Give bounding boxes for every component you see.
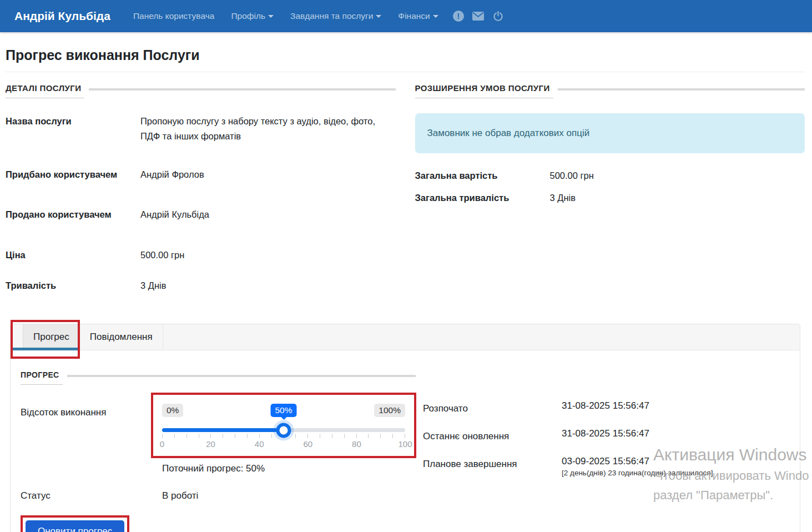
slider-handle[interactable]: [276, 423, 291, 438]
service-extensions-heading: РОЗШИРЕННЯ УМОВ ПОСЛУГИ: [415, 83, 805, 98]
percent-row: Відсоток виконання 0% 50% 100%: [21, 385, 417, 458]
ext-row-total-cost: Загальна вартість 500.00 грн: [415, 168, 805, 183]
service-details-section: ДЕТАЛІ ПОСЛУГИ Назва послуги Пропоную по…: [6, 83, 396, 293]
no-options-alert: Замовник не обрав додаткових опцій: [415, 113, 805, 153]
ext-row-total-duration: Загальна тривалість 3 Днів: [415, 190, 805, 205]
slider-min-label: 0%: [162, 404, 183, 417]
navbar-icons: !: [452, 10, 505, 22]
tab-bar: Прогрес Повідомлення: [10, 324, 800, 350]
progress-card: Прогрес Повідомлення ПРОГРЕС Відсоток ви…: [10, 324, 800, 532]
annotation-box-slider: 0% 50% 100%: [151, 393, 416, 458]
chevron-down-icon: [433, 15, 438, 18]
timeline-row-started: Розпочато 31-08-2025 15:56:47: [423, 400, 790, 414]
service-extensions-section: РОЗШИРЕННЯ УМОВ ПОСЛУГИ Замовник не обра…: [415, 83, 805, 293]
slider-track[interactable]: [162, 428, 405, 432]
update-progress-button[interactable]: Оновити прогрес: [26, 520, 124, 532]
progress-timeline: Розпочато 31-08-2025 15:56:47 Останнє он…: [423, 400, 790, 532]
current-progress-text: Поточний прогрес: 50%: [151, 463, 417, 474]
alert-circle-icon[interactable]: !: [452, 10, 465, 22]
nav-item-tasks-services[interactable]: Завдання та послуги: [284, 7, 387, 26]
tab-progress[interactable]: Прогрес: [23, 324, 80, 350]
slider-value-tooltip: 50%: [270, 404, 296, 417]
progress-slider[interactable]: 0% 50% 100%: [162, 404, 405, 450]
progress-left-column: ПРОГРЕС Відсоток виконання 0% 50% 100%: [21, 364, 417, 532]
page-title: Прогрес виконання Послуги: [6, 47, 805, 63]
brand-user-name[interactable]: Андрій Кульбіда: [14, 9, 110, 23]
envelope-icon[interactable]: [472, 10, 485, 22]
title-divider: [6, 72, 805, 72]
status-value: В роботі: [151, 490, 417, 501]
detail-row-duration: Тривалість 3 Днів: [6, 278, 396, 293]
navbar: Андрій Кульбіда Панель користувача Профі…: [0, 0, 812, 32]
detail-row-service-name: Назва послуги Пропоную послугу з набору …: [6, 114, 396, 144]
main-content: Прогрес виконання Послуги ДЕТАЛІ ПОСЛУГИ…: [0, 47, 812, 532]
tab-messages[interactable]: Повідомлення: [80, 324, 163, 350]
time-remaining-note: [2 день(днів) 23 година(годин) залишилос…: [562, 469, 790, 477]
current-progress-row: Поточний прогрес: 50%: [21, 458, 417, 474]
status-row: Статус В роботі: [21, 490, 417, 501]
annotation-box-button: Оновити прогрес: [21, 515, 129, 532]
nav-item-finances[interactable]: Фінанси: [392, 7, 444, 26]
progress-heading: ПРОГРЕС: [21, 370, 416, 385]
detail-row-seller: Продано користувачем Андрій Кульбіда: [6, 207, 396, 222]
timeline-row-planned-finish: Планове завершення 03-09-2025 15:56:47 […: [423, 456, 790, 477]
detail-row-buyer: Придбано користувачем Андрій Фролов: [6, 167, 396, 182]
service-details-heading: ДЕТАЛІ ПОСЛУГИ: [6, 83, 396, 98]
detail-row-price: Ціна 500.00 грн: [6, 248, 396, 263]
slider-tick-labels: 0 20 40 60 80 100: [162, 439, 405, 450]
timeline-row-last-update: Останнє оновлення 31-08-2025 15:56:47: [423, 428, 790, 442]
slider-max-label: 100%: [374, 404, 405, 417]
power-icon[interactable]: [492, 10, 505, 22]
planned-finish-value: 03-09-2025 15:56:47: [562, 456, 649, 466]
chevron-down-icon: [268, 15, 274, 18]
chevron-down-icon: [376, 15, 381, 18]
nav-item-profile[interactable]: Профіль: [225, 7, 280, 26]
nav-item-dashboard[interactable]: Панель користувача: [127, 7, 221, 26]
